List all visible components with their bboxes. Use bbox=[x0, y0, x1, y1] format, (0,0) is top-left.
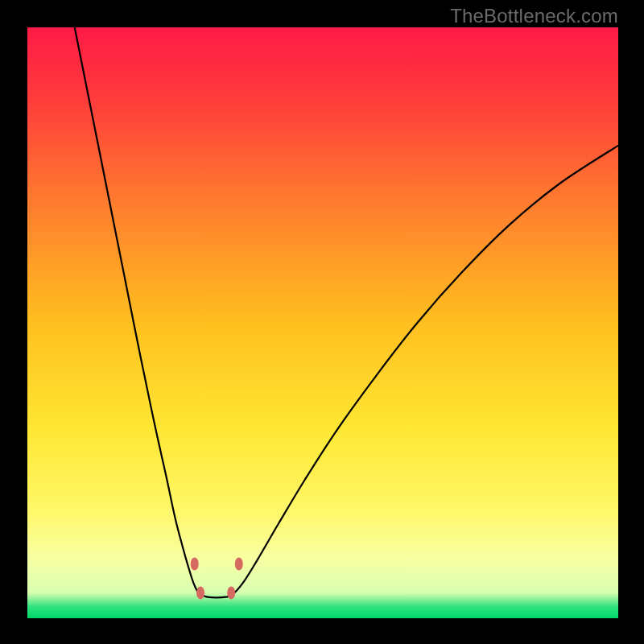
marker-dot-2 bbox=[227, 586, 235, 599]
marker-dot-1 bbox=[196, 586, 204, 599]
bottleneck-chart bbox=[27, 27, 618, 618]
green-baseline-band bbox=[27, 592, 618, 618]
marker-dot-0 bbox=[191, 557, 199, 570]
chart-frame: TheBottleneck.com bbox=[0, 0, 644, 644]
plot-area bbox=[27, 27, 618, 618]
watermark-label: TheBottleneck.com bbox=[450, 5, 618, 27]
marker-dot-3 bbox=[235, 557, 243, 570]
gradient-background bbox=[27, 27, 618, 618]
